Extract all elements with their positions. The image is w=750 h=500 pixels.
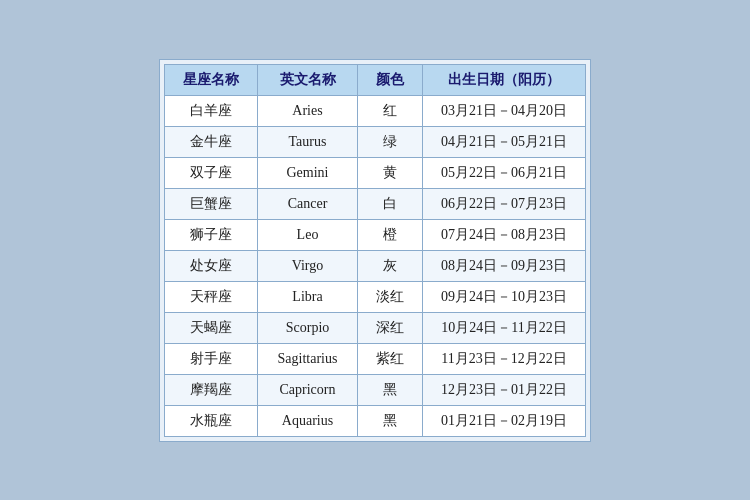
header-date: 出生日期（阳历）: [423, 64, 586, 95]
table-row: 射手座Sagittarius紫红11月23日－12月22日: [165, 343, 586, 374]
cell-chinese: 天秤座: [165, 281, 258, 312]
cell-color: 紫红: [358, 343, 423, 374]
cell-date: 08月24日－09月23日: [423, 250, 586, 281]
cell-english: Leo: [258, 219, 358, 250]
cell-color: 灰: [358, 250, 423, 281]
table-row: 天蝎座Scorpio深红10月24日－11月22日: [165, 312, 586, 343]
cell-date: 06月22日－07月23日: [423, 188, 586, 219]
cell-chinese: 水瓶座: [165, 405, 258, 436]
cell-english: Taurus: [258, 126, 358, 157]
table-row: 双子座Gemini黄05月22日－06月21日: [165, 157, 586, 188]
cell-english: Libra: [258, 281, 358, 312]
cell-date: 09月24日－10月23日: [423, 281, 586, 312]
cell-chinese: 白羊座: [165, 95, 258, 126]
cell-chinese: 射手座: [165, 343, 258, 374]
table-row: 白羊座Aries红03月21日－04月20日: [165, 95, 586, 126]
cell-date: 04月21日－05月21日: [423, 126, 586, 157]
header-chinese: 星座名称: [165, 64, 258, 95]
cell-date: 01月21日－02月19日: [423, 405, 586, 436]
cell-color: 黑: [358, 405, 423, 436]
header-english: 英文名称: [258, 64, 358, 95]
cell-date: 05月22日－06月21日: [423, 157, 586, 188]
cell-date: 10月24日－11月22日: [423, 312, 586, 343]
table-row: 摩羯座Capricorn黑12月23日－01月22日: [165, 374, 586, 405]
cell-date: 03月21日－04月20日: [423, 95, 586, 126]
cell-color: 黑: [358, 374, 423, 405]
table-row: 狮子座Leo橙07月24日－08月23日: [165, 219, 586, 250]
cell-chinese: 金牛座: [165, 126, 258, 157]
cell-english: Cancer: [258, 188, 358, 219]
cell-date: 12月23日－01月22日: [423, 374, 586, 405]
table-header-row: 星座名称 英文名称 颜色 出生日期（阳历）: [165, 64, 586, 95]
cell-color: 淡红: [358, 281, 423, 312]
cell-english: Gemini: [258, 157, 358, 188]
cell-color: 红: [358, 95, 423, 126]
table-row: 天秤座Libra淡红09月24日－10月23日: [165, 281, 586, 312]
table-row: 金牛座Taurus绿04月21日－05月21日: [165, 126, 586, 157]
cell-english: Aries: [258, 95, 358, 126]
cell-date: 11月23日－12月22日: [423, 343, 586, 374]
cell-english: Scorpio: [258, 312, 358, 343]
cell-color: 黄: [358, 157, 423, 188]
cell-chinese: 摩羯座: [165, 374, 258, 405]
table-row: 处女座Virgo灰08月24日－09月23日: [165, 250, 586, 281]
cell-chinese: 狮子座: [165, 219, 258, 250]
cell-chinese: 处女座: [165, 250, 258, 281]
table-row: 巨蟹座Cancer白06月22日－07月23日: [165, 188, 586, 219]
cell-english: Sagittarius: [258, 343, 358, 374]
zodiac-table: 星座名称 英文名称 颜色 出生日期（阳历） 白羊座Aries红03月21日－04…: [164, 64, 586, 437]
cell-color: 深红: [358, 312, 423, 343]
header-color: 颜色: [358, 64, 423, 95]
cell-color: 绿: [358, 126, 423, 157]
cell-color: 橙: [358, 219, 423, 250]
cell-color: 白: [358, 188, 423, 219]
cell-chinese: 双子座: [165, 157, 258, 188]
table-row: 水瓶座Aquarius黑01月21日－02月19日: [165, 405, 586, 436]
cell-english: Aquarius: [258, 405, 358, 436]
cell-date: 07月24日－08月23日: [423, 219, 586, 250]
cell-chinese: 巨蟹座: [165, 188, 258, 219]
cell-chinese: 天蝎座: [165, 312, 258, 343]
cell-english: Virgo: [258, 250, 358, 281]
cell-english: Capricorn: [258, 374, 358, 405]
zodiac-table-container: 星座名称 英文名称 颜色 出生日期（阳历） 白羊座Aries红03月21日－04…: [159, 59, 591, 442]
